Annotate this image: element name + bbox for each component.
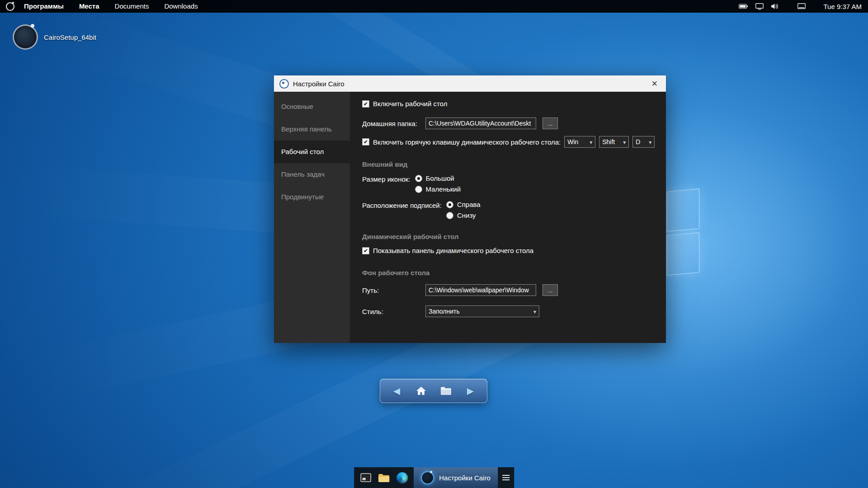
hotkey-checkbox[interactable] xyxy=(362,138,369,145)
nav-home-button[interactable] xyxy=(413,383,429,399)
hotkey-label: Включить горячую клавишу динамического р… xyxy=(373,138,561,146)
sidebar-item-desktop[interactable]: Рабочий стол xyxy=(274,141,350,163)
icon-size-option-small[interactable]: Маленький xyxy=(415,185,461,193)
sidebar-item-menubar[interactable]: Верхняя панель xyxy=(274,118,350,141)
window-body: Основные Верхняя панель Рабочий стол Пан… xyxy=(274,92,666,343)
radio-icon[interactable] xyxy=(446,212,453,219)
edge-icon xyxy=(396,472,408,483)
hotkey-modifier2-value: Shift xyxy=(602,138,615,145)
background-heading: Фон рабочего стола xyxy=(362,269,655,277)
sidebar-item-advanced[interactable]: Продвинутые xyxy=(274,186,350,208)
folder-icon xyxy=(440,386,452,395)
label-position-label: Расположение подписей: xyxy=(362,201,442,209)
label-position-option-bottom[interactable]: Снизу xyxy=(446,211,481,219)
background-path-row: Путь: ... xyxy=(362,284,655,296)
desktop: Программы Места Documents Downloads Tue … xyxy=(0,0,868,488)
window-title: Настройки Cairo xyxy=(293,80,344,88)
radio-icon[interactable] xyxy=(415,175,422,182)
icon-size-label: Размер иконок: xyxy=(362,174,410,183)
enable-desktop-label: Включить рабочий стол xyxy=(373,100,447,108)
hotkey-key-value: D xyxy=(636,138,640,145)
background-style-row: Стиль: Заполнить xyxy=(362,305,655,317)
forward-arrow-icon: ▶ xyxy=(467,386,474,395)
icon-size-option-large[interactable]: Большой xyxy=(415,174,461,182)
volume-icon[interactable] xyxy=(771,3,779,9)
hotkey-row: Включить горячую клавишу динамического р… xyxy=(362,136,655,148)
menubar-clock[interactable]: Tue 9:37 AM xyxy=(824,3,862,10)
window-titlebar[interactable]: Настройки Cairo ✕ xyxy=(274,75,666,92)
cairo-app-icon xyxy=(421,471,434,484)
menu-programs[interactable]: Программы xyxy=(16,0,71,13)
settings-content: Включить рабочий стол Домашняя папка: ..… xyxy=(350,92,666,343)
enable-desktop-row: Включить рабочий стол xyxy=(362,100,655,108)
hotkey-modifier2-dropdown[interactable]: Shift xyxy=(599,136,629,148)
enable-desktop-checkbox[interactable] xyxy=(362,100,369,108)
dynamic-desktop-heading: Динамический рабочий стол xyxy=(362,233,655,240)
taskbar-icon-group xyxy=(354,467,414,488)
sidebar-item-taskbar[interactable]: Панель задач xyxy=(274,163,350,186)
menu-documents[interactable]: Documents xyxy=(107,0,157,13)
notifications-icon[interactable] xyxy=(797,3,806,10)
label-position-group: Расположение подписей: Справа Снизу xyxy=(362,201,655,219)
sidebar-item-general[interactable]: Основные xyxy=(274,95,350,118)
background-style-dropdown[interactable]: Заполнить xyxy=(425,305,539,317)
file-explorer-button[interactable] xyxy=(377,471,390,484)
desktop-icon-label: CairoSetup_64bit xyxy=(44,33,96,41)
system-tray: Tue 9:37 AM xyxy=(739,3,868,10)
label-position-option-bottom-label: Снизу xyxy=(457,211,476,219)
folder-icon xyxy=(378,473,390,483)
nav-forward-button[interactable]: ▶ xyxy=(462,383,479,399)
icon-size-options: Большой Маленький xyxy=(415,174,461,193)
nav-folder-button[interactable] xyxy=(438,383,454,399)
chevron-down-icon xyxy=(646,138,651,145)
display-icon[interactable] xyxy=(755,3,764,10)
hotkey-key-dropdown[interactable]: D xyxy=(632,136,655,148)
home-folder-browse-button[interactable]: ... xyxy=(542,117,558,129)
cairo-menu-button[interactable] xyxy=(4,0,16,13)
show-dynamic-label: Показывать панель динамического рабочего… xyxy=(373,247,533,254)
appearance-heading: Внешний вид xyxy=(362,160,655,168)
cairo-setup-icon xyxy=(13,24,38,50)
radio-icon[interactable] xyxy=(446,201,453,208)
settings-window: Настройки Cairo ✕ Основные Верхняя панел… xyxy=(274,75,666,343)
menu-downloads[interactable]: Downloads xyxy=(156,0,205,13)
hamburger-icon xyxy=(502,475,509,480)
taskbar: Настройки Cairo xyxy=(354,467,514,488)
close-button[interactable]: ✕ xyxy=(649,79,660,89)
cairo-window-icon xyxy=(279,79,289,89)
label-position-option-right[interactable]: Справа xyxy=(446,201,481,208)
dynamic-desktop-panel: ◀ ▶ xyxy=(380,379,487,403)
show-dynamic-checkbox[interactable] xyxy=(362,247,369,254)
taskbar-menu-button[interactable] xyxy=(498,467,514,488)
label-position-option-right-label: Справа xyxy=(457,201,481,208)
home-folder-input[interactable] xyxy=(425,117,536,129)
background-path-browse-button[interactable]: ... xyxy=(542,284,558,296)
show-dynamic-row: Показывать панель динамического рабочего… xyxy=(362,247,655,254)
background-path-input[interactable] xyxy=(425,284,536,296)
windows-logo-pane xyxy=(667,232,699,275)
taskbar-app-label: Настройки Cairo xyxy=(439,474,491,482)
icon-size-option-small-label: Маленький xyxy=(426,185,461,193)
sandbox-window-button[interactable] xyxy=(359,471,372,484)
chevron-down-icon xyxy=(531,308,536,315)
menu-places[interactable]: Места xyxy=(71,0,107,13)
menubar: Программы Места Documents Downloads Tue … xyxy=(0,0,868,13)
hotkey-modifier1-dropdown[interactable]: Win xyxy=(564,136,595,148)
chevron-down-icon xyxy=(620,138,626,145)
home-folder-row: Домашняя папка: ... xyxy=(362,117,655,129)
edge-browser-button[interactable] xyxy=(396,471,408,484)
battery-icon[interactable] xyxy=(739,4,748,9)
background-style-label: Стиль: xyxy=(362,308,422,315)
app-window-icon xyxy=(360,473,371,482)
cairo-logo-icon xyxy=(6,2,14,11)
hotkey-modifier1-value: Win xyxy=(567,138,578,145)
chevron-down-icon xyxy=(587,138,592,145)
taskbar-app-button[interactable]: Настройки Cairo xyxy=(414,467,498,488)
desktop-icon-cairosetup[interactable]: CairoSetup_64bit xyxy=(13,24,96,50)
back-arrow-icon: ◀ xyxy=(393,386,400,395)
home-icon xyxy=(416,386,426,395)
radio-icon[interactable] xyxy=(415,186,422,193)
nav-back-button[interactable]: ◀ xyxy=(388,383,405,399)
home-folder-label: Домашняя папка: xyxy=(362,120,422,127)
icon-size-option-large-label: Большой xyxy=(426,174,454,182)
